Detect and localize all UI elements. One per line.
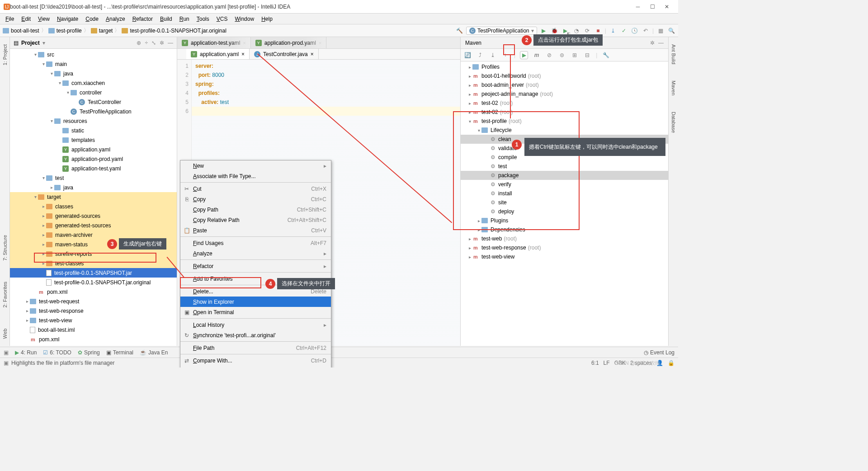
- context-menu-item[interactable]: ⎘CopyCtrl+C: [180, 194, 331, 204]
- context-menu-item[interactable]: ✂CutCtrl+X: [180, 184, 331, 194]
- tree-item[interactable]: test-profile-0.0.1-SNAPSHOT.jar: [10, 268, 177, 278]
- menu-help[interactable]: Help: [258, 15, 276, 23]
- context-menu-item[interactable]: Analyze▸: [180, 248, 331, 259]
- tree-item[interactable]: CTestProfileApplication: [10, 107, 177, 116]
- maven-collapse-button[interactable]: ⊟: [583, 51, 591, 59]
- maven-tree-item[interactable]: ▸mtest-web-response(root): [461, 243, 668, 252]
- context-menu-item[interactable]: ↻Synchronize 'test-profi...ar.original': [180, 330, 331, 340]
- close-button[interactable]: ✕: [664, 4, 670, 10]
- tree-item[interactable]: ▸test-classes: [10, 259, 177, 268]
- breadcrumb-item[interactable]: test-profile: [48, 28, 82, 34]
- menu-vcs[interactable]: VCS: [213, 15, 231, 23]
- context-menu[interactable]: New▸Associate with File Type...✂CutCtrl+…: [180, 160, 331, 367]
- maven-tree-item[interactable]: ▸mtest-web-view: [461, 252, 668, 261]
- ide-structure-button[interactable]: ▦: [656, 27, 665, 35]
- menu-file[interactable]: File: [2, 15, 18, 23]
- tree-item[interactable]: ▸surefire-reports: [10, 249, 177, 259]
- database-tab[interactable]: Database: [670, 108, 677, 137]
- vcs-commit-button[interactable]: ✓: [620, 27, 628, 35]
- tree-item[interactable]: ▾test: [10, 173, 177, 183]
- tree-item[interactable]: ▾main: [10, 59, 177, 69]
- maven-skip-tests-button[interactable]: ⊜: [558, 51, 566, 59]
- select-opened-file-button[interactable]: ⊕: [137, 40, 141, 46]
- maven-tree-item[interactable]: ⚙package: [461, 171, 668, 180]
- collapse-all-button[interactable]: ⤡: [151, 40, 156, 46]
- hide-button[interactable]: —: [168, 40, 173, 46]
- project-tool-tab[interactable]: 1: Project: [1, 41, 9, 69]
- tree-item[interactable]: ▾java: [10, 69, 177, 78]
- build-button[interactable]: 🔨: [455, 27, 463, 35]
- context-menu-item[interactable]: Associate with File Type...: [180, 171, 331, 181]
- tree-item[interactable]: ▸test-web-response: [10, 306, 177, 316]
- maven-tree-item[interactable]: ▾Lifecycle: [461, 126, 668, 135]
- menu-analyze[interactable]: Analyze: [102, 15, 129, 23]
- maven-settings-icon[interactable]: 🔧: [602, 51, 610, 59]
- context-menu-item[interactable]: Copy Relative PathCtrl+Alt+Shift+C: [180, 215, 331, 225]
- context-menu-item[interactable]: New▸: [180, 160, 331, 171]
- tree-item[interactable]: Yapplication-prod.yaml: [10, 154, 177, 164]
- search-everywhere-button[interactable]: 🔍: [667, 27, 675, 35]
- editor-tab[interactable]: Yapplication-prod.yaml×: [251, 37, 327, 48]
- close-tab-icon[interactable]: ×: [241, 51, 245, 57]
- menu-build[interactable]: Build: [156, 15, 176, 23]
- maven-tree-item[interactable]: ▸mboot-01-helloworld(root): [461, 71, 668, 80]
- maven-reimport-button[interactable]: 🔄: [463, 51, 472, 59]
- vcs-update-button[interactable]: ⤓: [609, 27, 617, 35]
- maven-show-deps-button[interactable]: ⊞: [571, 51, 579, 59]
- maven-download-button[interactable]: ⤓: [489, 51, 497, 59]
- indent-info[interactable]: 2 spaces: [630, 360, 652, 366]
- maven-tree[interactable]: ▸Profiles▸mboot-01-helloworld(root)▸mboo…: [461, 61, 668, 346]
- menu-window[interactable]: Window: [231, 15, 258, 23]
- menu-run[interactable]: Run: [176, 15, 193, 23]
- tool-window-button[interactable]: ▣: [4, 349, 9, 356]
- context-menu-item[interactable]: Compare File with Editor: [180, 366, 331, 367]
- context-menu-item[interactable]: Show in Explorer: [180, 297, 331, 307]
- breadcrumb-item[interactable]: boot-all-test: [3, 28, 39, 34]
- maven-tree-item[interactable]: ▾mtest-profile(root): [461, 117, 668, 126]
- tree-item[interactable]: ▾target: [10, 192, 177, 202]
- maven-run-button[interactable]: ▶: [520, 51, 528, 59]
- stop-button[interactable]: ■: [594, 27, 602, 35]
- tree-item[interactable]: Yapplication-test.yaml: [10, 164, 177, 173]
- maven-settings-button[interactable]: ✲: [650, 40, 655, 46]
- editor-tab[interactable]: JTestController.java×: [250, 49, 319, 59]
- structure-tool-tab[interactable]: 7: Structure: [1, 231, 9, 264]
- maven-execute-button[interactable]: m: [533, 51, 541, 59]
- tree-item[interactable]: CTestController: [10, 97, 177, 107]
- tree-item[interactable]: ▾src: [10, 50, 177, 59]
- menu-navigate[interactable]: Navigate: [53, 15, 82, 23]
- debug-button[interactable]: 🐞: [551, 27, 559, 35]
- maven-tree-item[interactable]: ⚙deploy: [461, 207, 668, 216]
- maven-tree-item[interactable]: ▸mtest-02(root): [461, 99, 668, 108]
- tree-item[interactable]: ▸test-web-view: [10, 316, 177, 325]
- maven-tree-item[interactable]: ⚙site: [461, 198, 668, 207]
- maven-tree-item[interactable]: ⚙install: [461, 189, 668, 198]
- todo-tab[interactable]: ☑6: TODO: [43, 349, 71, 356]
- line-separator[interactable]: LF: [604, 360, 610, 366]
- context-menu-item[interactable]: Copy PathCtrl+Shift+C: [180, 204, 331, 215]
- tree-item[interactable]: static: [10, 126, 177, 135]
- context-menu-item[interactable]: File PathCtrl+Alt+F12: [180, 343, 331, 353]
- tree-item[interactable]: ▸test-web-request: [10, 297, 177, 306]
- tree-item[interactable]: ▸classes: [10, 202, 177, 211]
- tree-item[interactable]: ▾resources: [10, 116, 177, 126]
- tree-item[interactable]: ▾controller: [10, 88, 177, 97]
- tree-item[interactable]: mpom.xml: [10, 334, 177, 344]
- maven-tree-item[interactable]: ⚙test: [461, 162, 668, 171]
- attach-button[interactable]: ⟳: [583, 27, 591, 35]
- project-tree[interactable]: ▾src▾main▾java▾com.xiaochen▾controllerCT…: [10, 49, 177, 346]
- context-menu-item[interactable]: 📋PasteCtrl+V: [180, 225, 331, 236]
- maven-toggle-offline-button[interactable]: ⊘: [545, 51, 553, 59]
- editor-tab[interactable]: Yapplication-test.yaml×: [177, 37, 251, 48]
- menu-tools[interactable]: Tools: [193, 15, 213, 23]
- menu-code[interactable]: Code: [82, 15, 102, 23]
- vcs-history-button[interactable]: 🕓: [631, 27, 639, 35]
- ant-build-tab[interactable]: Ant Build: [670, 41, 677, 68]
- vcs-revert-button[interactable]: ↶: [642, 27, 650, 35]
- profile-button[interactable]: ◔: [572, 27, 580, 35]
- web-tool-tab[interactable]: Web: [1, 325, 9, 342]
- maven-tree-item[interactable]: ▸Dependencies: [461, 225, 668, 234]
- tree-item[interactable]: templates: [10, 135, 177, 145]
- maven-tree-item[interactable]: ▸mtest-02(root): [461, 108, 668, 117]
- context-menu-item[interactable]: ⇄Compare With...Ctrl+D: [180, 355, 331, 366]
